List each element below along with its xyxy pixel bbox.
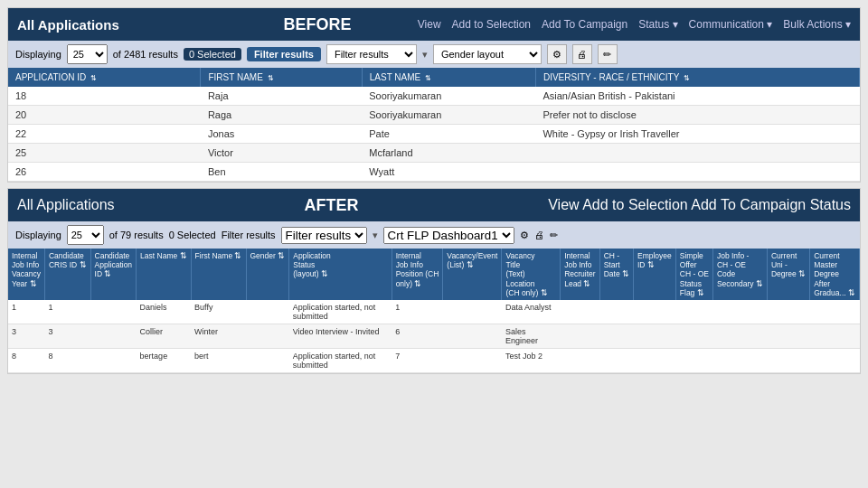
col-app-id[interactable]: APPLICATION ID ⇅ [8,68,201,87]
table-row[interactable]: 25 Victor Mcfarland [8,144,860,163]
cell-last-name: Sooriyakumaran [362,87,535,106]
after-nav-add-campaign[interactable]: Add To Campaign [691,197,806,212]
col-diversity[interactable]: DIVERSITY - RACE / ETHNICITY ⇅ [535,68,859,87]
cell-vacancy-year: 1 [8,300,44,324]
after-header: All Applications AFTER View Add to Selec… [8,189,860,221]
after-nav: View Add to Selection Add To Campaign St… [548,197,851,213]
table-row[interactable]: 26 Ben Wyatt [8,163,860,182]
cell-offer-flag [675,300,712,324]
after-col-vacancy-title[interactable]: VacancyTitle(Text)Location(CH only) ⇅ [502,249,561,300]
cell-code-secondary [712,300,767,324]
nav-status[interactable]: Status [638,18,677,31]
nav-view[interactable]: View [418,18,441,31]
after-displaying-label: Displaying [15,230,61,240]
filter-select[interactable]: Filter results [326,44,417,64]
cell-recruiter [561,324,599,348]
print-icon[interactable]: 🖨 [572,44,592,64]
col-first-name[interactable]: FIRST NAME ⇅ [201,68,362,87]
cell-diversity [535,144,859,163]
after-label: AFTER [115,196,549,215]
after-col-cris-id[interactable]: CandidateCRIS ID ⇅ [44,249,90,300]
cell-last-name: Wyatt [362,163,535,182]
after-filter-select[interactable]: Filter results [281,227,367,244]
cell-position: 6 [392,324,443,348]
after-col-offer-flag[interactable]: SimpleOfferCH - OEStatusFlag ⇅ [675,249,712,300]
table-row[interactable]: 20 Raga Sooriyakumaran Prefer not to dis… [8,106,860,125]
cell-last-name: Sooriyakumaran [362,106,535,125]
cell-app-id: 25 [8,144,201,163]
table-row[interactable]: 18 Raja Sooriyakumaran Asian/Asian Briti… [8,87,860,106]
after-col-emp-id[interactable]: EmployeeID ⇅ [633,249,675,300]
after-nav-view[interactable]: View [548,197,579,212]
gender-layout-select[interactable]: Gender layout [433,44,542,64]
cell-app-id [90,324,137,348]
cell-first-name: bert [191,348,246,372]
cell-first-name: Jonas [201,125,362,144]
settings-icon[interactable]: ⚙ [547,44,567,64]
after-settings-icon[interactable]: ⚙ [520,230,529,241]
before-table: APPLICATION ID ⇅ FIRST NAME ⇅ LAST NAME … [8,68,860,182]
cell-master [810,348,860,372]
after-col-first-name[interactable]: First Name ⇅ [191,249,246,300]
cell-ch-start [599,348,633,372]
page-size-select[interactable]: 2550100 [67,44,108,64]
after-dashboard-select[interactable]: Crt FLP Dashboard1 [383,227,514,244]
cell-ch-start [599,324,633,348]
col-last-name[interactable]: LAST NAME ⇅ [362,68,535,87]
after-col-vacancy-event[interactable]: Vacancy/Event(List) ⇅ [443,249,502,300]
after-edit-icon[interactable]: ✏ [550,230,558,241]
after-filter-results-button[interactable]: Filter results [222,230,276,240]
cell-code-secondary [712,324,767,348]
after-table-row[interactable]: 8 8 bertage bert Application started, no… [8,348,860,372]
cell-app-id: 26 [8,163,201,182]
after-title: All Applications [17,197,115,213]
cell-degree [767,324,809,348]
cell-first-name: Victor [201,144,362,163]
cell-last-name: bertage [137,348,191,372]
nav-bulk-actions[interactable]: Bulk Actions [783,18,851,31]
cell-vacancy-event [443,348,502,372]
cell-last-name: Daniels [137,300,191,324]
after-col-app-id[interactable]: CandidateApplicationID ⇅ [90,249,137,300]
after-print-icon[interactable]: 🖨 [534,230,544,240]
after-col-vacancy-year[interactable]: InternalJob InfoVacancyYear ⇅ [8,249,44,300]
cell-first-name: Raja [201,87,362,106]
cell-vacancy-title: Data Analyst [502,300,561,324]
cell-cris-id: 3 [44,324,90,348]
filter-results-button[interactable]: Filter results [247,47,321,61]
cell-emp-id [633,348,675,372]
cell-vacancy-event [443,324,502,348]
after-col-code-secondary[interactable]: Job Info -CH - OECodeSecondary ⇅ [712,249,767,300]
cell-emp-id [633,300,675,324]
cell-first-name: Ben [201,163,362,182]
after-col-master[interactable]: CurrentMasterDegreeAfterGradua... ⇅ [810,249,860,300]
after-table-wrapper: InternalJob InfoVacancyYear ⇅ CandidateC… [8,249,860,373]
before-panel: All Applications BEFORE View Add to Sele… [7,7,861,183]
selected-badge[interactable]: 0 Selected [184,48,241,61]
after-page-size-select[interactable]: 2550100 [67,225,104,245]
after-col-last-name[interactable]: Last Name ⇅ [137,249,191,300]
cell-app-id: 22 [8,125,201,144]
cell-app-status: Application started, not submitted [289,348,392,372]
after-table-row[interactable]: 1 1 Daniels Buffy Application started, n… [8,300,860,324]
after-nav-status[interactable]: Status [810,197,851,212]
after-table-row[interactable]: 3 3 Collier Winter Video Interview - Inv… [8,324,860,348]
after-selected-badge[interactable]: 0 Selected [169,230,216,240]
cell-first-name: Winter [191,324,246,348]
nav-communication[interactable]: Communication [689,18,773,31]
after-nav-add-selection[interactable]: Add to Selection [582,197,688,212]
after-col-recruiter[interactable]: InternalJob InfoRecruiterLead ⇅ [561,249,599,300]
table-row[interactable]: 22 Jonas Pate White - Gypsy or Irish Tra… [8,125,860,144]
cell-offer-flag [675,324,712,348]
cell-recruiter [561,348,599,372]
after-col-degree[interactable]: CurrentUni -Degree ⇅ [767,249,809,300]
after-col-gender[interactable]: Gender ⇅ [246,249,289,300]
nav-add-selection[interactable]: Add to Selection [452,18,531,31]
after-col-app-status[interactable]: ApplicationStatus(layout) ⇅ [289,249,392,300]
edit-icon[interactable]: ✏ [598,44,618,64]
cell-diversity: White - Gypsy or Irish Traveller [535,125,859,144]
nav-add-campaign[interactable]: Add To Campaign [542,18,627,31]
before-title: All Applications [17,17,217,33]
after-col-ch-start[interactable]: CH -StartDate ⇅ [599,249,633,300]
after-col-position[interactable]: InternalJob InfoPosition (CHonly) ⇅ [392,249,443,300]
